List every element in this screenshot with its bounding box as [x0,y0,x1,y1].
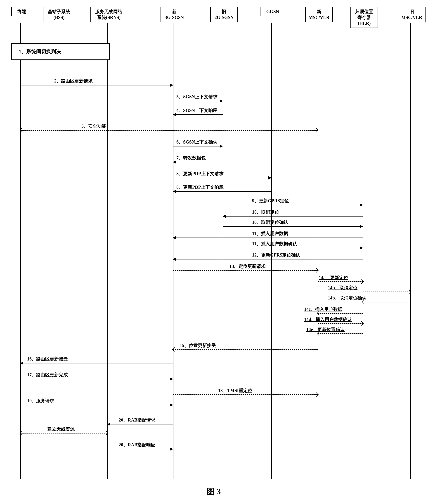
message-label: 4、SGSN上下文响应 [176,107,217,114]
participant-hlr: 归属位置寄存器(HLR) [350,7,378,28]
message-line [173,248,363,248]
lifeline-terminal [20,23,21,479]
message-line [318,323,363,324]
message-10: 10、取消定位确认 [223,220,363,227]
message-14: 13、定位更新请求 [173,264,318,271]
participant-terminal: 终端 [11,7,32,16]
participant-oldmsc: 旧MSC/VLR [398,7,426,22]
arrowhead-icon [173,236,176,239]
arrowhead-icon [170,403,173,406]
message-line [173,394,318,395]
message-19: 14d、插入用户数据确认 [318,317,363,324]
figure-caption: 图 3 [207,486,221,497]
arrowhead-icon [173,113,176,116]
message-15: 14a、更新定位 [318,276,363,282]
message-6: 8、更新PDP上下文请求 [173,172,271,178]
message-label: 20、RAB指配请求 [119,417,155,423]
message-label: 9、更新GPRS定位 [252,198,289,204]
participant-newmsc: 新MSC/VLR [305,7,333,22]
message-1: 3、SGSN上下文请求 [173,95,223,101]
message-label: 16、路由区更新接受 [27,356,68,362]
message-21: 15、位置更新接受 [173,343,318,350]
message-line [318,313,363,314]
participant-new3g: 新3G-SGSN [161,7,188,22]
message-label: 11、插入用户数据确认 [252,241,297,247]
message-5: 7、转发数据包 [173,156,223,162]
message-label: 建立无线资源 [48,426,75,432]
message-27: 建立无线资源 [20,427,107,433]
message-line [107,424,173,424]
message-3: 5、安全功能 [20,124,318,131]
arrowhead-icon [173,161,176,164]
arrowhead-icon [170,84,173,87]
arrowhead-icon [268,176,272,179]
arrowhead-icon [220,145,223,148]
message-line [173,114,223,115]
message-label: 14b、取消定位确认 [328,295,367,301]
arrowhead-icon [360,225,363,228]
arrowhead-icon [20,362,23,365]
message-line [173,259,363,260]
message-label: 5、安全功能 [81,123,106,129]
message-label: 19、服务请求 [27,398,54,404]
message-line [173,162,223,162]
message-line [173,191,271,192]
message-4: 6、SGSN上下文确认 [173,140,223,146]
message-26: 20、RAB指配请求 [107,418,173,424]
participant-srns: 服务无线网络系统(SRNS) [91,7,127,22]
participant-old2g: 旧2G-SGSN [210,7,238,22]
message-line [107,449,173,449]
message-line [20,363,173,363]
arrowhead-icon [170,447,173,451]
lifeline-bss [58,23,58,479]
message-line [20,405,173,405]
message-line [223,216,363,217]
message-28: 20、RAB指配响应 [107,443,173,449]
message-label: 14a、更新定位 [319,275,348,281]
message-label: 18、TMSI重定位 [218,388,252,394]
message-24: 18、TMSI重定位 [173,389,318,395]
message-label: 10、取消定位 [252,209,279,215]
arrowhead-icon [170,377,173,381]
participant-ggsn: GGSN [260,7,285,16]
message-line [223,226,363,227]
message-line [363,302,410,302]
message-7: 8、更新PDP上下文响应 [173,185,271,192]
message-line [173,237,363,238]
message-label: 8、更新PDP上下文响应 [176,184,224,190]
message-25: 19、服务请求 [20,399,173,405]
message-line [20,379,173,379]
message-label: 14e、更新位置确认 [306,327,345,333]
message-label: 20、RAB指配响应 [119,442,155,448]
message-12: 11、插入用户数据确认 [173,242,363,248]
lifeline-ggsn [271,23,272,479]
message-line [173,178,271,178]
message-17: 14b、取消定位确认 [363,296,410,302]
message-line [318,333,363,334]
message-0: 2、路由区更新请求 [20,79,173,85]
message-label: 11、插入用户数据 [252,230,288,237]
arrowhead-icon [173,190,176,193]
lifeline-srns [107,23,108,479]
message-label: 14b、取消定位 [328,285,357,291]
message-label: 7、转发数据包 [176,155,206,161]
message-13: 12、更新GPRS定位确认 [173,253,363,260]
message-18: 14c、插入用户数据 [318,307,363,314]
message-11: 11、插入用户数据 [173,232,363,238]
message-label: 8、更新PDP上下文请求 [176,171,224,177]
message-16: 14b、取消定位 [363,286,410,292]
message-line [20,433,107,433]
message-20: 14e、更新位置确认 [318,328,363,334]
lifeline-hlr [363,23,363,479]
lifeline-newmsc [318,23,318,479]
message-line [20,85,173,85]
arrowhead-icon [107,423,110,426]
message-label: 6、SGSN上下文确认 [176,139,217,145]
lifeline-old2g [223,23,223,479]
message-22: 16、路由区更新接受 [20,357,173,363]
message-label: 15、位置更新接受 [180,342,216,349]
arrowhead-icon [222,215,226,218]
message-line [173,146,223,146]
arrowhead-icon [360,203,363,207]
arrowhead-icon [220,99,223,103]
